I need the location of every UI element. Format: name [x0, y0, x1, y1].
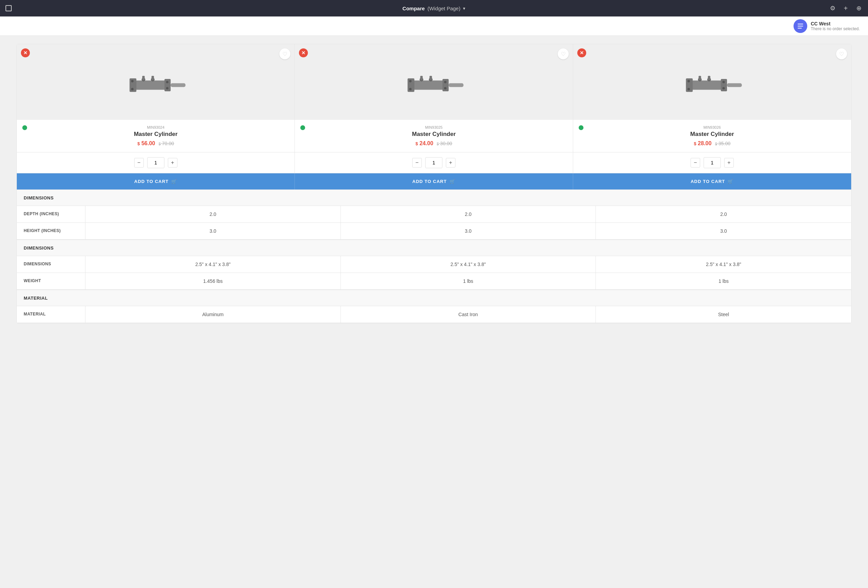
price-original-3: $ 35.00	[715, 141, 731, 146]
remove-button-1[interactable]: ✕	[21, 49, 30, 57]
spec-value-1-0-2: 2.5" x 4.1" x 3.8"	[596, 256, 851, 273]
add-to-cart-button-1[interactable]: ADD TO CART 🛒	[17, 173, 295, 189]
product-card-3: ✕ ♡	[573, 44, 851, 173]
qty-decrement-2[interactable]: −	[412, 158, 422, 167]
svg-rect-10	[142, 76, 145, 80]
specs-category-label-1: DIMENSIONS	[24, 245, 53, 251]
add-to-cart-button-2[interactable]: ADD TO CART 🛒	[295, 173, 573, 189]
remove-button-3[interactable]: ✕	[577, 49, 586, 57]
svg-rect-4	[164, 79, 171, 91]
spec-label-1-1: WEIGHT	[17, 273, 86, 290]
qty-row-1: − +	[17, 152, 294, 173]
svg-point-30	[722, 87, 725, 89]
product-name-3: Master Cylinder	[579, 131, 846, 137]
settings-icon[interactable]: ⚙	[829, 4, 836, 12]
user-subtext: There is no order selected.	[811, 27, 860, 31]
product-card-1: ✕ ♡	[17, 44, 295, 173]
product-info-2: MIN93025 Master Cylinder $ 24.00 $ 30.00	[295, 120, 573, 152]
svg-point-18	[444, 87, 447, 89]
spec-row-2-0: MATERIALAluminumCast IronSteel	[17, 306, 851, 323]
specs-category-label-2: MATERIAL	[24, 295, 48, 301]
qty-increment-3[interactable]: +	[724, 158, 734, 167]
status-dot-1	[22, 125, 27, 130]
product-info-1: MIN93024 Master Cylinder $ 56.00 $ 70.00	[17, 120, 294, 152]
square-icon[interactable]	[6, 5, 12, 11]
product-price-3: $ 28.00 $ 35.00	[579, 140, 846, 146]
price-original-2: $ 30.00	[437, 141, 452, 146]
product-image-2	[403, 65, 465, 99]
spec-label-1-0: DIMENSIONS	[17, 256, 86, 273]
top-navigation: Compare (Widget Page) ▾ ⚙ + ⊕	[0, 0, 868, 16]
spec-value-1-1-1: 1 lbs	[341, 273, 596, 290]
page-title-sub: (Widget Page)	[428, 6, 461, 11]
product-image-area-3: ✕ ♡	[573, 44, 851, 120]
qty-decrement-1[interactable]: −	[134, 158, 144, 167]
svg-point-27	[688, 88, 690, 90]
spec-value-1-1-2: 1 lbs	[596, 273, 851, 290]
wishlist-button-1[interactable]: ♡	[279, 49, 290, 59]
add-to-cart-row: ADD TO CART 🛒 ADD TO CART 🛒 ADD TO CART …	[17, 173, 851, 189]
svg-rect-31	[727, 83, 742, 87]
svg-rect-35	[708, 76, 710, 80]
product-price-2: $ 24.00 $ 30.00	[300, 140, 567, 146]
spec-value-0-0-0: 2.0	[86, 206, 341, 222]
specs-category-label-0: DIMENSIONS	[24, 195, 53, 201]
qty-input-2[interactable]	[425, 157, 443, 168]
nav-center: Compare (Widget Page) ▾	[403, 6, 466, 11]
add-icon[interactable]: +	[842, 4, 849, 12]
svg-rect-11	[151, 76, 154, 80]
svg-point-2	[131, 80, 133, 83]
qty-input-1[interactable]	[147, 157, 164, 168]
specs-category-header-2: MATERIAL	[17, 290, 851, 306]
compare-container: ✕ ♡	[16, 44, 852, 324]
spec-value-0-1-1: 3.0	[341, 223, 596, 239]
globe-icon[interactable]: ⊕	[855, 4, 862, 12]
status-dot-3	[579, 125, 583, 130]
remove-button-2[interactable]: ✕	[299, 49, 308, 57]
qty-row-3: − +	[573, 152, 851, 173]
qty-increment-1[interactable]: +	[168, 158, 177, 167]
qty-input-3[interactable]	[704, 157, 721, 168]
add-to-cart-button-3[interactable]: ADD TO CART 🛒	[573, 173, 851, 189]
svg-point-5	[166, 81, 168, 83]
spec-value-0-1-2: 3.0	[596, 223, 851, 239]
svg-rect-12	[412, 81, 446, 90]
svg-rect-34	[698, 76, 701, 80]
product-image-1	[125, 65, 187, 99]
chevron-down-icon[interactable]: ▾	[463, 6, 465, 11]
svg-point-6	[166, 87, 168, 89]
spec-row-1-1: WEIGHT1.456 lbs1 lbs1 lbs	[17, 273, 851, 290]
svg-rect-0	[134, 81, 168, 90]
product-sku-2: MIN93025	[300, 125, 567, 129]
spec-value-2-0-2: Steel	[596, 306, 851, 323]
spec-value-0-1-0: 3.0	[86, 223, 341, 239]
spec-label-0-1: HEIGHT (INCHES)	[17, 223, 86, 239]
qty-decrement-3[interactable]: −	[691, 158, 700, 167]
wishlist-button-2[interactable]: ♡	[558, 49, 569, 59]
qty-increment-2[interactable]: +	[446, 158, 455, 167]
cart-icon-3: 🛒	[728, 179, 734, 184]
svg-point-15	[409, 88, 412, 90]
spec-row-1-0: DIMENSIONS2.5" x 4.1" x 3.8"2.5" x 4.1" …	[17, 256, 851, 273]
product-card-2: ✕ ♡	[295, 44, 573, 173]
svg-rect-24	[691, 81, 725, 90]
specs-category-header-0: DIMENSIONS	[17, 189, 851, 206]
user-avatar-lines	[798, 24, 803, 28]
user-avatar	[794, 19, 807, 33]
svg-rect-16	[443, 79, 449, 91]
svg-rect-23	[430, 76, 432, 80]
svg-point-26	[688, 80, 690, 83]
svg-point-17	[444, 81, 447, 83]
svg-point-3	[131, 88, 133, 90]
spec-value-1-1-0: 1.456 lbs	[86, 273, 341, 290]
wishlist-button-3[interactable]: ♡	[836, 49, 847, 59]
nav-left	[6, 5, 12, 11]
spec-value-1-0-1: 2.5" x 4.1" x 3.8"	[341, 256, 596, 273]
main-content: ✕ ♡	[0, 36, 868, 332]
products-row: ✕ ♡	[17, 44, 851, 173]
product-sku-3: MIN93026	[579, 125, 846, 129]
spec-value-1-0-0: 2.5" x 4.1" x 3.8"	[86, 256, 341, 273]
product-image-area-1: ✕ ♡	[17, 44, 294, 120]
specs-section: DIMENSIONSDEPTH (INCHES)2.02.02.0HEIGHT …	[17, 189, 851, 323]
price-current-2: $ 24.00	[416, 140, 434, 146]
